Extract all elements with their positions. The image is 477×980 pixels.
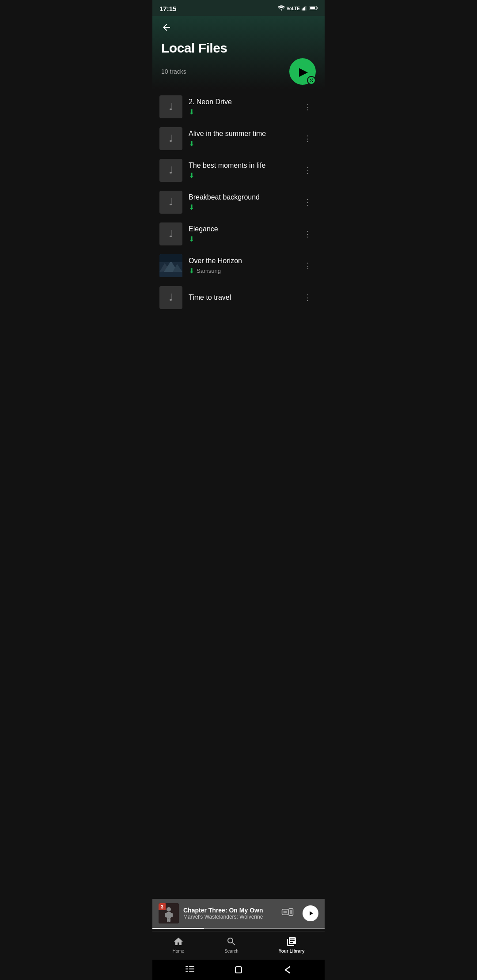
signal-icon: [302, 5, 308, 11]
track-item[interactable]: ♩ 2. Neon Drive ⬇ ⋮: [152, 91, 325, 123]
track-name: 2. Neon Drive: [189, 98, 300, 107]
track-name: Time to travel: [189, 293, 300, 302]
track-more-button[interactable]: ⋮: [300, 194, 316, 211]
svg-rect-11: [159, 272, 182, 277]
track-name: Elegance: [189, 225, 300, 234]
svg-rect-0: [302, 8, 303, 10]
track-thumbnail: ♩: [159, 159, 182, 182]
track-item[interactable]: Over the Horizon ⬇ Samsung ⋮: [152, 250, 325, 282]
track-item[interactable]: ♩ The best moments in life ⬇ ⋮: [152, 155, 325, 186]
track-info: 2. Neon Drive ⬇: [189, 98, 300, 117]
track-info: Elegance ⬇: [189, 225, 300, 244]
status-icons: VoLTE: [278, 5, 318, 11]
wifi-icon: [278, 5, 285, 11]
svg-rect-5: [317, 7, 318, 9]
play-shuffle-button[interactable]: ▶: [289, 58, 316, 85]
music-note-icon: ♩: [169, 292, 173, 303]
downloaded-icon: ⬇: [189, 171, 194, 180]
track-thumbnail: ♩: [159, 222, 182, 245]
shuffle-badge: [307, 76, 316, 85]
track-name: Alive in the summer time: [189, 129, 300, 139]
track-info: Breakbeat background ⬇: [189, 193, 300, 212]
downloaded-icon: ⬇: [189, 203, 194, 211]
track-item[interactable]: ♩ Alive in the summer time ⬇ ⋮: [152, 123, 325, 155]
svg-rect-1: [303, 8, 304, 10]
track-info: The best moments in life ⬇: [189, 161, 300, 180]
svg-rect-3: [305, 6, 306, 11]
svg-rect-2: [304, 7, 305, 10]
track-item[interactable]: ♩ Time to travel ⋮: [152, 282, 325, 311]
track-name: Over the Horizon: [189, 256, 300, 266]
track-more-button[interactable]: ⋮: [300, 257, 316, 274]
back-button[interactable]: [161, 22, 316, 34]
track-more-button[interactable]: ⋮: [300, 162, 316, 179]
track-thumbnail: ♩: [159, 127, 182, 150]
track-item[interactable]: ♩ Breakbeat background ⬇ ⋮: [152, 186, 325, 218]
track-info: Over the Horizon ⬇ Samsung: [189, 256, 300, 275]
music-note-icon: ♩: [169, 133, 173, 144]
track-thumbnail: [159, 254, 182, 277]
track-info: Time to travel: [189, 293, 300, 302]
track-more-button[interactable]: ⋮: [300, 130, 316, 147]
page-title: Local Files: [161, 41, 316, 56]
track-name: Breakbeat background: [189, 193, 300, 202]
downloaded-icon: ⬇: [189, 267, 194, 275]
track-info: Alive in the summer time ⬇: [189, 129, 300, 148]
play-icon: ▶: [299, 65, 308, 79]
downloaded-icon: ⬇: [189, 139, 194, 148]
music-note-icon: ♩: [169, 228, 173, 240]
track-list: ♩ 2. Neon Drive ⬇ ⋮ ♩ Alive in the summe…: [152, 89, 325, 313]
downloaded-icon: ⬇: [189, 108, 194, 116]
status-time: 17:15: [159, 5, 176, 12]
track-more-button[interactable]: ⋮: [300, 98, 316, 115]
track-thumbnail: ♩: [159, 286, 182, 309]
header: Local Files 10 tracks ▶: [152, 16, 325, 89]
downloaded-icon: ⬇: [189, 235, 194, 243]
music-note-icon: ♩: [169, 165, 173, 176]
track-artist: Samsung: [197, 268, 221, 274]
track-count: 10 tracks: [161, 68, 186, 75]
battery-icon: [310, 5, 318, 11]
track-item[interactable]: ♩ Elegance ⬇ ⋮: [152, 218, 325, 250]
svg-rect-6: [310, 7, 315, 9]
music-note-icon: ♩: [169, 101, 173, 113]
track-thumbnail: ♩: [159, 95, 182, 118]
track-more-button[interactable]: ⋮: [300, 226, 316, 242]
svg-rect-12: [159, 254, 182, 262]
music-note-icon: ♩: [169, 196, 173, 208]
track-name: The best moments in life: [189, 161, 300, 170]
track-thumbnail: ♩: [159, 191, 182, 214]
track-more-button[interactable]: ⋮: [300, 289, 316, 306]
volte-label: VoLTE: [287, 6, 300, 11]
status-bar: 17:15 VoLTE: [152, 0, 325, 16]
